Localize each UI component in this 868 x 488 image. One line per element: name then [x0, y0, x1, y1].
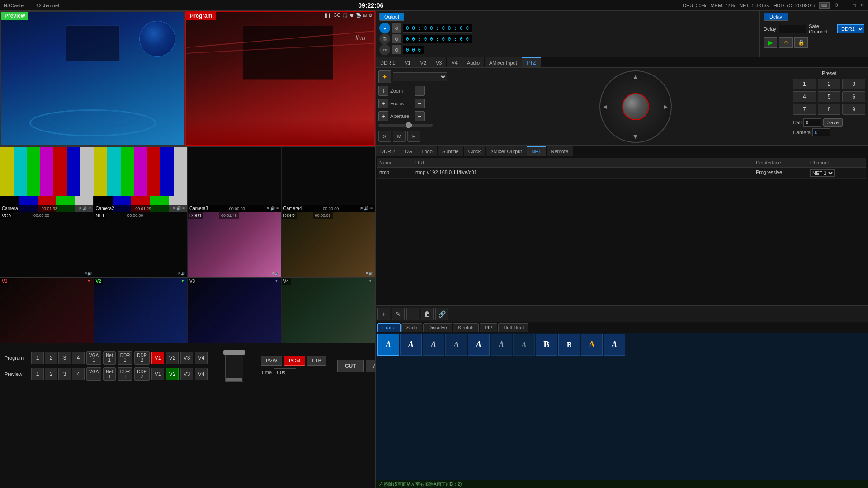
cut-button[interactable]: CUT: [337, 360, 364, 372]
tab-remote[interactable]: Remote: [547, 146, 573, 156]
tab-amixer-output[interactable]: AMixer Output: [486, 146, 526, 156]
tab-amixer-input[interactable]: AMixer Input: [485, 57, 522, 67]
preview-net1[interactable]: Net1: [103, 367, 116, 381]
trans-icon-9[interactable]: B: [558, 334, 580, 356]
transition-dissolve[interactable]: Dissolve: [423, 323, 452, 332]
delay-button[interactable]: Delay: [764, 13, 788, 21]
tab-cg[interactable]: CG: [400, 146, 417, 156]
transition-erase[interactable]: Erase: [377, 323, 401, 332]
transition-pip[interactable]: PIP: [480, 323, 498, 332]
aperture-minus[interactable]: −: [415, 111, 425, 121]
tab-ddr2[interactable]: DDR 2: [376, 146, 400, 156]
program-v1[interactable]: V1: [151, 352, 164, 364]
preview-v4[interactable]: V4: [195, 368, 208, 380]
warn-button[interactable]: ⚠: [779, 37, 793, 48]
ddr1-select[interactable]: DDR1: [837, 24, 864, 33]
ftb-button[interactable]: FTB: [307, 356, 326, 366]
tbar-visual[interactable]: [225, 355, 243, 382]
ptz-gear-btn[interactable]: ✦: [378, 70, 391, 83]
minimize-icon[interactable]: —: [843, 3, 848, 8]
tab-ddr1[interactable]: DDR 1: [376, 57, 400, 67]
preview-ddr1[interactable]: DDR1: [118, 367, 133, 381]
pvw-button[interactable]: PVW: [261, 356, 282, 366]
trans-icon-5[interactable]: A: [468, 334, 490, 356]
m-button[interactable]: M: [393, 131, 406, 142]
f-button[interactable]: F: [407, 131, 420, 142]
output-button[interactable]: Output: [379, 13, 404, 21]
program-btn-3[interactable]: 3: [58, 352, 71, 364]
delay-input[interactable]: [779, 25, 806, 33]
focus-minus[interactable]: −: [415, 99, 425, 108]
preview-v2[interactable]: V2: [166, 368, 179, 380]
trans-icon-1[interactable]: A: [377, 334, 399, 356]
joystick-bg[interactable]: ▲ ▼ ◄ ►: [599, 70, 672, 143]
preview-btn-1[interactable]: 1: [31, 368, 44, 380]
zoom-minus[interactable]: −: [415, 86, 425, 96]
call-input[interactable]: [803, 118, 821, 127]
delete-btn[interactable]: 🗑: [421, 308, 434, 320]
transition-hoteffect[interactable]: HotEffect: [498, 323, 528, 332]
preview-num-btns[interactable]: 1 2 3 4: [31, 368, 85, 380]
tab-net[interactable]: NET: [527, 146, 546, 156]
program-v4[interactable]: V4: [195, 352, 208, 364]
play-button[interactable]: ▶: [764, 37, 777, 48]
trans-icon-6[interactable]: A: [491, 334, 512, 356]
preset-4[interactable]: 4: [793, 91, 816, 102]
net-channel-select[interactable]: NET 1: [810, 169, 835, 177]
preset-3[interactable]: 3: [842, 79, 865, 89]
output-gear-1[interactable]: ⚙: [392, 23, 401, 33]
trans-icon-3[interactable]: A: [423, 334, 444, 356]
tab-v1[interactable]: V1: [400, 57, 415, 67]
ptz-slider-thumb[interactable]: [406, 122, 412, 128]
tab-ptz[interactable]: PTZ: [522, 57, 541, 67]
add-btn[interactable]: +: [377, 308, 390, 320]
preview-btn-3[interactable]: 3: [58, 368, 71, 380]
prog-settings-icon[interactable]: ⚙: [368, 13, 373, 18]
program-btn-4[interactable]: 4: [72, 352, 85, 364]
program-ddr1[interactable]: DDR1: [118, 351, 133, 365]
preset-2[interactable]: 2: [818, 79, 841, 89]
tab-subtitle[interactable]: Subtitle: [438, 146, 463, 156]
preview-vga1[interactable]: VGA1: [86, 367, 101, 381]
tab-v3[interactable]: V3: [431, 57, 446, 67]
joystick-knob[interactable]: [622, 93, 649, 120]
camera-icon[interactable]: 🎬: [379, 33, 390, 44]
s-button[interactable]: S: [378, 131, 391, 142]
tab-logo[interactable]: Logo: [417, 146, 437, 156]
trans-icon-10[interactable]: A: [581, 334, 603, 356]
preview-btn-2[interactable]: 2: [45, 368, 57, 380]
settings-icon[interactable]: ⚙: [834, 2, 839, 8]
tab-v4[interactable]: V4: [447, 57, 462, 67]
preview-v3[interactable]: V3: [180, 368, 193, 380]
tbar-handle[interactable]: [226, 378, 242, 381]
camera-num-input[interactable]: [812, 128, 830, 136]
preset-5[interactable]: 5: [818, 91, 841, 102]
preset-1[interactable]: 1: [793, 79, 816, 89]
trans-icon-2[interactable]: A: [400, 334, 422, 356]
preview-btn-4[interactable]: 4: [72, 368, 85, 380]
remove-btn[interactable]: −: [406, 308, 419, 320]
output-gear-3[interactable]: ⚙: [392, 45, 401, 54]
transition-slide[interactable]: Slide: [401, 323, 422, 332]
trans-icon-7[interactable]: A: [513, 334, 535, 356]
program-num-btns[interactable]: 1 2 3 4: [31, 352, 85, 364]
maximize-icon[interactable]: □: [853, 3, 856, 8]
time-input[interactable]: [274, 368, 296, 376]
tab-clock[interactable]: Clock: [464, 146, 486, 156]
program-net1[interactable]: Net1: [103, 351, 116, 365]
preset-7[interactable]: 7: [793, 104, 816, 115]
trans-icon-4[interactable]: A: [445, 334, 467, 356]
preset-9[interactable]: 9: [842, 104, 865, 115]
preset-6[interactable]: 6: [842, 91, 865, 102]
output-gear-2[interactable]: ⚙: [392, 34, 401, 43]
preview-v1[interactable]: V1: [151, 368, 164, 380]
preview-ddr2[interactable]: DDR2: [134, 367, 150, 381]
scissors-icon[interactable]: ✂: [379, 44, 390, 55]
trans-icon-11[interactable]: A: [604, 334, 625, 356]
program-ddr2[interactable]: DDR2: [134, 351, 150, 365]
focus-plus[interactable]: +: [378, 99, 388, 108]
lock-button[interactable]: 🔒: [794, 37, 808, 48]
program-btn-2[interactable]: 2: [45, 352, 57, 364]
tab-audio[interactable]: Audio: [462, 57, 484, 67]
save-preset-btn[interactable]: Save: [823, 118, 843, 127]
